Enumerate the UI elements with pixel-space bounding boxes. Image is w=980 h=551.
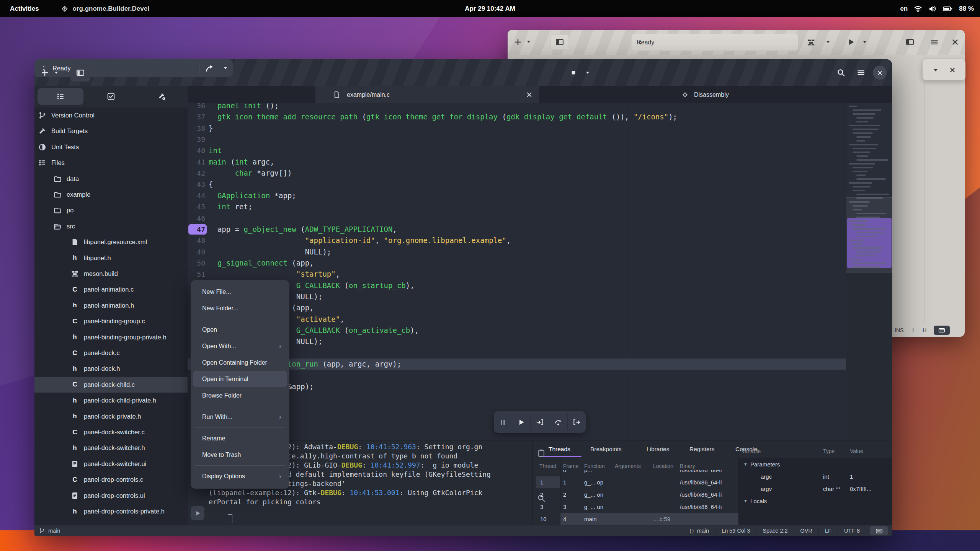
frame-row[interactable]: 0p.../usr/lib/x86_64-li xyxy=(560,470,738,476)
tree-item[interactable]: hpanel-dock-private.h xyxy=(34,409,188,424)
panel-toggle-button[interactable] xyxy=(550,34,569,50)
frame-row[interactable]: 4main....c:59 xyxy=(560,513,738,525)
project-tree[interactable]: Version ControlBuild TargetsUnit TestsFi… xyxy=(34,108,188,525)
tree-item[interactable]: libpanel.gresource.xml xyxy=(34,234,188,250)
status-item-lf[interactable]: LF xyxy=(818,525,838,536)
menu-icon[interactable] xyxy=(930,38,939,46)
thread-row[interactable]: 1 xyxy=(536,476,560,488)
chevron-down-icon[interactable] xyxy=(825,39,831,45)
builder-window[interactable]: Ready Version ControlBuild TargetsUnit T… xyxy=(34,59,892,536)
tree-item[interactable]: src xyxy=(34,218,188,234)
continue-button[interactable] xyxy=(512,414,530,430)
menu-item-open-containing-folder[interactable]: Open Containing Folder xyxy=(193,354,287,371)
new-tab-icon[interactable] xyxy=(41,68,49,77)
close-icon[interactable] xyxy=(951,38,959,46)
console-run-button[interactable] xyxy=(191,506,204,520)
chevron-down-icon[interactable] xyxy=(526,39,531,44)
thread-row[interactable]: 10 xyxy=(536,513,560,525)
status-item-ovr[interactable]: OVR xyxy=(794,525,818,536)
insert-mode-indicator[interactable]: INS xyxy=(890,327,908,333)
step-out-button[interactable] xyxy=(567,414,586,430)
tab-threads[interactable]: Threads xyxy=(549,440,570,458)
keyboard-shortcuts-button[interactable] xyxy=(870,526,888,535)
status-item-utf-8[interactable]: UTF-8 xyxy=(838,525,866,536)
tab-example-main-c[interactable]: example/main.c xyxy=(315,86,539,103)
tree-item[interactable]: hpanel-binding-group-private.h xyxy=(34,329,188,345)
run-icon[interactable] xyxy=(847,38,855,46)
step-over-button[interactable] xyxy=(549,414,567,430)
menu-item-rename[interactable]: Rename xyxy=(193,430,287,447)
tree-item[interactable]: Cpanel-dock-switcher.c xyxy=(34,424,188,440)
chevron-down-icon[interactable] xyxy=(862,39,867,45)
tree-item[interactable]: panel-drop-controls.ui xyxy=(34,488,188,504)
status-item-ln-59-col-3[interactable]: Ln 59 Col 3 xyxy=(715,525,756,536)
tree-item[interactable]: hpanel-dock.h xyxy=(34,361,188,377)
tree-item[interactable]: hlibpanel.h xyxy=(34,250,188,266)
highlight-indicator[interactable]: H xyxy=(918,327,931,333)
close-button[interactable] xyxy=(873,66,887,80)
new-tab-icon[interactable] xyxy=(514,38,522,46)
tree-item[interactable]: hpanel-dock-switcher.h xyxy=(34,440,188,456)
chevron-down-icon[interactable] xyxy=(585,70,590,75)
menu-item-open[interactable]: Open xyxy=(193,321,287,338)
tab-disassembly[interactable]: Disassembly xyxy=(681,86,766,103)
tree-item[interactable]: Cpanel-binding-group.c xyxy=(34,313,188,329)
tree-item[interactable]: hpanel-drop-controls-private.h xyxy=(34,504,188,519)
clock[interactable]: Apr 29 10:42 AM xyxy=(0,5,980,13)
stop-icon[interactable] xyxy=(570,69,577,77)
menu-item-move-to-trash[interactable]: Move to Trash xyxy=(193,447,287,463)
tree-item[interactable]: hpanel-animation.h xyxy=(34,298,188,313)
tree-item[interactable]: Version Control xyxy=(34,108,188,123)
tree-item[interactable]: Cpanel-dock-child.c xyxy=(34,377,188,393)
keyboard-shortcuts-button[interactable] xyxy=(934,326,950,335)
menu-item-open-with[interactable]: Open With...› xyxy=(193,338,287,354)
frame-row[interactable]: 1g_... op/usr/lib/x86_64-li xyxy=(560,476,738,488)
run-icon[interactable] xyxy=(205,64,214,72)
variables-panel[interactable]: VariableTypeValue▼Parametersargcint1argv… xyxy=(738,458,892,525)
tree-item[interactable]: Files xyxy=(34,155,188,171)
indent-indicator[interactable]: I xyxy=(908,327,918,333)
tree-item[interactable]: panel-dock-switcher.ui xyxy=(34,456,188,472)
omnibar[interactable]: Ready xyxy=(631,34,798,51)
thread-row[interactable]: 3 xyxy=(536,501,560,513)
status-item-space-2-2[interactable]: Space 2:2 xyxy=(756,525,794,536)
tree-item[interactable]: data xyxy=(34,171,188,187)
tree-item[interactable]: meson.build xyxy=(34,266,188,282)
tree-item[interactable]: Cpanel-dock.c xyxy=(34,345,188,361)
chevron-down-icon[interactable] xyxy=(54,70,59,75)
tab-todo[interactable] xyxy=(88,88,134,105)
pause-button[interactable] xyxy=(494,414,512,430)
minimap-viewport[interactable] xyxy=(846,197,892,272)
backdrop-popover[interactable] xyxy=(923,59,965,80)
variable-row[interactable]: ▼Locals xyxy=(739,495,892,507)
chevron-down-icon[interactable] xyxy=(932,66,939,74)
menu-item-display-options[interactable]: Display Options› xyxy=(193,468,287,484)
thread-row[interactable]: 2 xyxy=(536,489,560,500)
menu-item-new-file[interactable]: New File... xyxy=(193,284,287,300)
frame-row[interactable]: 2g_... on/usr/lib/x86_64-li xyxy=(560,489,738,500)
chevron-down-icon[interactable] xyxy=(223,65,228,71)
tree-item[interactable]: Build Targets xyxy=(34,123,188,139)
tree-item[interactable]: example xyxy=(34,187,188,202)
tree-item[interactable]: Cpanel-drop-controls.c xyxy=(34,472,188,487)
status-item-main[interactable]: {}main xyxy=(682,525,715,536)
tab-build-issues[interactable] xyxy=(139,88,185,105)
menu-item-open-in-terminal[interactable]: Open in Terminal xyxy=(193,371,287,387)
tab-project-tree[interactable] xyxy=(38,88,83,105)
minimap[interactable] xyxy=(846,103,892,272)
menu-item-new-folder[interactable]: New Folder... xyxy=(193,300,287,316)
omnibar[interactable]: Ready xyxy=(34,59,233,77)
tree-item[interactable]: Unit Tests xyxy=(34,139,188,155)
system-status-area[interactable]: en 88 % xyxy=(900,5,974,13)
tab-breakpoints[interactable]: Breakpoints xyxy=(590,440,622,458)
close-icon[interactable] xyxy=(949,66,956,74)
branch-indicator[interactable]: main xyxy=(39,525,60,536)
menu-item-run-with[interactable]: Run With...› xyxy=(193,409,287,425)
menu-icon[interactable] xyxy=(857,68,865,77)
step-into-button[interactable] xyxy=(530,414,549,430)
build-icon[interactable] xyxy=(807,38,815,47)
panel-toggle-button[interactable] xyxy=(70,64,90,82)
panel-right-toggle-icon[interactable] xyxy=(906,38,914,46)
tree-item[interactable]: hpanel-dock-child-private.h xyxy=(34,393,188,408)
tab-registers[interactable]: Registers xyxy=(689,440,714,458)
